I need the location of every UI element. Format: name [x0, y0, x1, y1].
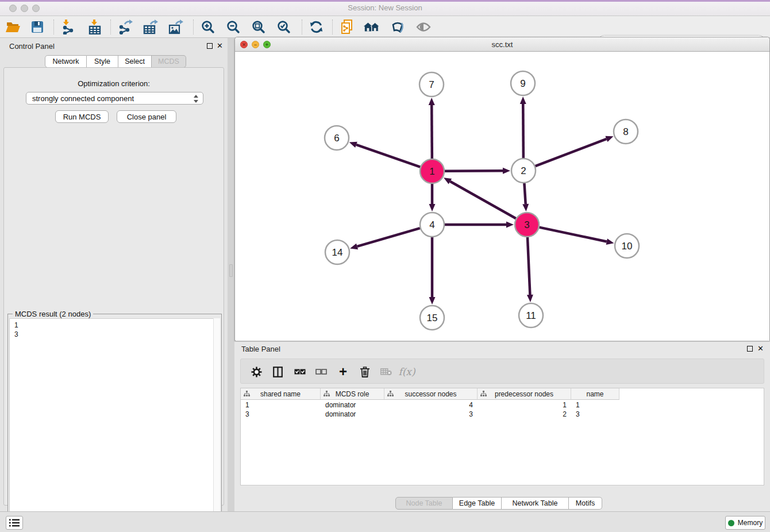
memory-label: Memory — [738, 519, 763, 527]
save-session-button[interactable] — [29, 19, 46, 35]
window-title: Session: New Session — [0, 3, 770, 12]
column-header-predecessor-nodes[interactable]: predecessor nodes — [478, 388, 571, 400]
document-network-icon — [340, 20, 355, 34]
tab-mcds[interactable]: MCDS — [152, 55, 186, 68]
edge-arrowhead — [429, 297, 436, 304]
network-window-titlebar[interactable]: ✕ − + scc.txt — [235, 37, 769, 52]
tab-node-table[interactable]: Node Table — [395, 497, 453, 510]
cell-shared-name[interactable]: 3 — [241, 410, 321, 419]
table-panel-title: Table Panel — [241, 345, 280, 353]
cell-name[interactable]: 1 — [571, 400, 619, 410]
cell-mcds-role[interactable]: dominator — [321, 400, 384, 410]
export-image-icon — [168, 20, 183, 34]
task-history-button[interactable] — [6, 516, 23, 530]
tab-edge-table[interactable]: Edge Table — [453, 497, 502, 510]
import-network-button[interactable] — [59, 19, 76, 35]
clone-network-button[interactable] — [338, 19, 356, 35]
hide-selected-button[interactable] — [389, 19, 406, 35]
edge-arrowhead — [506, 222, 514, 228]
import-table-button[interactable] — [86, 19, 103, 35]
edge-1-6[interactable] — [356, 145, 420, 167]
tree-icon — [324, 391, 330, 397]
column-header-mcds-role[interactable]: MCDS role — [321, 388, 384, 400]
close-table-panel-icon[interactable]: ✕ — [757, 344, 764, 353]
node-label-9: 9 — [520, 78, 525, 89]
control-panel: Control Panel ✕ Network Style Select MCD… — [0, 38, 228, 511]
column-header-shared-name[interactable]: shared name — [241, 388, 321, 400]
cell-mcds-role[interactable]: dominator — [321, 410, 384, 419]
cell-shared-name[interactable]: 1 — [241, 400, 321, 410]
column-header-name[interactable]: name — [571, 388, 619, 400]
edge-4-14[interactable] — [357, 228, 420, 246]
edge-1-7[interactable] — [432, 105, 432, 159]
panel-splitter-handle[interactable] — [229, 264, 233, 277]
optimization-criterion-select[interactable]: strongly connected component — [26, 92, 203, 105]
close-panel-button[interactable]: Close panel — [117, 110, 176, 123]
tree-icon — [244, 391, 250, 397]
edge-2-8[interactable] — [536, 139, 607, 166]
toolbar-separator — [193, 20, 194, 34]
edge-2-3[interactable] — [524, 183, 525, 204]
show-all-button[interactable] — [415, 19, 432, 35]
mcds-tab-content: Optimization criterion: strongly connect… — [3, 67, 224, 506]
select-all-button[interactable] — [291, 364, 309, 380]
tab-select[interactable]: Select — [118, 55, 152, 68]
node-label-10: 10 — [622, 241, 633, 252]
memory-button[interactable]: Memory — [725, 516, 765, 530]
export-table-button[interactable] — [142, 19, 159, 35]
zoom-fit-button[interactable] — [250, 19, 267, 35]
float-table-panel-button[interactable] — [747, 346, 753, 352]
column-label: MCDS role — [336, 390, 369, 398]
delete-table-icon — [380, 368, 392, 376]
gear-icon — [251, 367, 262, 377]
result-scrollbar[interactable] — [213, 318, 220, 531]
cell-successor-nodes[interactable]: 3 — [384, 410, 478, 419]
edge-3-11[interactable] — [528, 237, 530, 295]
export-image-button[interactable] — [167, 19, 184, 35]
column-visibility-button[interactable] — [269, 364, 286, 380]
cell-name[interactable]: 3 — [571, 410, 619, 419]
columns-icon — [273, 367, 283, 377]
cell-successor-nodes[interactable]: 4 — [384, 400, 478, 410]
delete-table-button[interactable] — [378, 364, 395, 380]
edge-3-1[interactable] — [450, 182, 515, 219]
zoom-in-button[interactable] — [199, 19, 217, 35]
close-panel-icon[interactable]: ✕ — [217, 41, 223, 50]
open-session-button[interactable] — [5, 19, 22, 35]
zoom-selected-button[interactable] — [275, 19, 292, 35]
network-canvas[interactable]: 7968124314101511 — [236, 52, 769, 341]
import-table-icon — [88, 20, 102, 34]
control-panel-title: Control Panel — [9, 42, 55, 51]
open-folder-icon — [6, 21, 21, 33]
apply-layout-button[interactable] — [307, 19, 325, 35]
node-label-14: 14 — [332, 247, 343, 258]
node-label-3: 3 — [524, 219, 529, 230]
cell-predecessor-nodes[interactable]: 2 — [478, 410, 571, 419]
tab-network-table[interactable]: Network Table — [502, 497, 569, 510]
first-neighbors-button[interactable] — [363, 19, 380, 35]
network-graph[interactable]: 7968124314101511 — [236, 52, 769, 341]
run-mcds-button[interactable]: Run MCDS — [55, 110, 109, 123]
tab-motifs[interactable]: Motifs — [569, 497, 602, 510]
deselect-all-button[interactable] — [313, 364, 330, 380]
zoom-out-button[interactable] — [225, 19, 242, 35]
column-label: predecessor nodes — [495, 390, 553, 398]
tab-style[interactable]: Style — [87, 55, 118, 68]
tab-network[interactable]: Network — [45, 55, 87, 68]
export-network-button[interactable] — [117, 19, 134, 35]
mcds-result-list[interactable]: 1 3 — [9, 318, 214, 531]
function-builder-button[interactable]: f(x) — [398, 364, 415, 380]
table-row[interactable]: 3 dominator 3 2 3 — [241, 410, 619, 419]
edge-1-2[interactable] — [445, 171, 503, 171]
table-panel: Table Panel ✕ — [234, 342, 770, 511]
table-row[interactable]: 1 dominator 4 1 1 — [241, 400, 619, 410]
float-panel-button[interactable] — [207, 43, 213, 49]
edge-3-10[interactable] — [540, 228, 607, 242]
add-column-button[interactable]: + — [334, 364, 352, 380]
table-settings-button[interactable] — [248, 364, 265, 380]
edge-arrowhead — [522, 204, 529, 211]
column-header-successor-nodes[interactable]: successor nodes — [384, 388, 478, 400]
edge-2-9[interactable] — [523, 104, 523, 158]
cell-predecessor-nodes[interactable]: 1 — [478, 400, 571, 410]
delete-column-button[interactable] — [356, 364, 374, 380]
